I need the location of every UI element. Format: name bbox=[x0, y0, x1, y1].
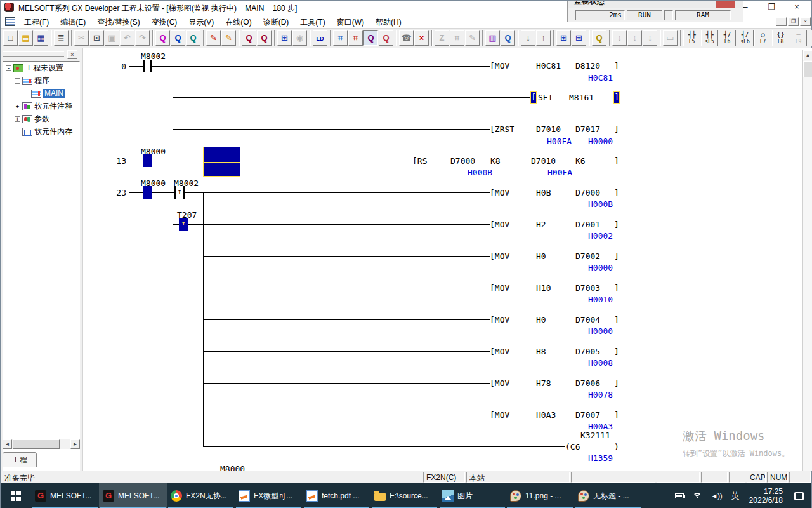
expand-expander[interactable]: + bbox=[15, 116, 20, 122]
instruction-text[interactable]: ] bbox=[614, 156, 619, 166]
taskbar-item-paint-11png[interactable]: 11.png - ... bbox=[506, 483, 574, 508]
remote-operation-button[interactable]: ☎ bbox=[399, 30, 414, 46]
scroll-left-button[interactable]: ◄ bbox=[3, 439, 12, 449]
scroll-thumb[interactable] bbox=[13, 439, 60, 449]
tree-item-5[interactable]: 软元件内存 bbox=[3, 125, 79, 138]
menu-item-5[interactable]: 在线(O) bbox=[219, 15, 257, 29]
instruction-list-button[interactable]: ⌗ bbox=[333, 30, 348, 46]
instruction-text[interactable]: ] bbox=[614, 61, 619, 70]
menu-item-2[interactable]: 查找/替换(S) bbox=[91, 15, 145, 29]
clock-find-button[interactable]: Q bbox=[501, 30, 515, 46]
taskbar-item-photos[interactable]: 图片 bbox=[438, 483, 506, 508]
contact-M8000-active[interactable] bbox=[143, 186, 152, 199]
tree-hscrollbar[interactable]: ◄ ► bbox=[3, 439, 80, 449]
tree-item-0[interactable]: -工程未设置 bbox=[3, 62, 79, 74]
panel-grip[interactable] bbox=[3, 51, 64, 53]
copy-button[interactable]: ⊡ bbox=[89, 30, 104, 46]
panel-close-button[interactable]: × bbox=[67, 50, 77, 59]
instruction-operand-dest[interactable]: D7007 bbox=[575, 410, 600, 420]
instruction-text[interactable]: [MOV bbox=[490, 347, 509, 356]
instruction-text[interactable]: SET bbox=[538, 93, 553, 102]
transfer-setup-button[interactable]: ⊞ bbox=[277, 30, 292, 46]
collapse-expander[interactable]: - bbox=[15, 78, 20, 84]
menu-item-3[interactable]: 变换(C) bbox=[146, 15, 183, 29]
menu-item-9[interactable]: 帮助(H) bbox=[370, 15, 407, 29]
instruction-text[interactable]: H0C81 bbox=[536, 61, 561, 70]
menu-item-7[interactable]: 工具(T) bbox=[294, 15, 331, 29]
instruction-text[interactable]: M8161 bbox=[569, 93, 594, 102]
instruction-operand-dest[interactable]: D7003 bbox=[575, 283, 600, 293]
find-replace-button[interactable]: Q bbox=[186, 30, 200, 46]
menu-item-8[interactable]: 窗口(W) bbox=[331, 15, 370, 29]
tree-item-1[interactable]: -程序 bbox=[3, 74, 79, 87]
edit-cursor-cell[interactable] bbox=[203, 147, 240, 177]
instruction-operand-dest[interactable]: D7001 bbox=[575, 220, 600, 229]
monitor-mode-button[interactable]: Q bbox=[363, 30, 378, 46]
write-mode-pen-button[interactable]: ✎ bbox=[206, 30, 221, 46]
instruction-text[interactable]: ) bbox=[614, 442, 619, 451]
taskbar-item-paint-untitled[interactable]: 无标题 - ... bbox=[574, 483, 642, 508]
wifi-icon[interactable] bbox=[693, 493, 702, 499]
instruction-text[interactable]: D7010 bbox=[536, 124, 561, 134]
action-center-icon[interactable] bbox=[794, 492, 804, 500]
instruction-text[interactable]: [MOV bbox=[490, 410, 509, 420]
mdi-close-button[interactable]: × bbox=[800, 17, 811, 26]
instruction-operand-source[interactable]: H0 bbox=[536, 315, 546, 324]
scroll-right-button[interactable]: ► bbox=[70, 439, 80, 449]
find-button[interactable]: Q bbox=[155, 30, 170, 46]
start-button[interactable] bbox=[1, 483, 31, 508]
ladder-logic-button[interactable]: LD bbox=[313, 30, 327, 46]
taskbar-item-chrome-fx2n[interactable]: FX2N无协... bbox=[167, 483, 235, 508]
instruction-text[interactable]: [RS bbox=[412, 156, 427, 166]
instruction-text[interactable]: D8120 bbox=[575, 61, 600, 70]
scroll-thumb[interactable] bbox=[803, 61, 812, 77]
taskbar-item-doc-fetch-pdf[interactable]: fetch.pdf ... bbox=[303, 483, 370, 508]
new-button[interactable]: □ bbox=[3, 30, 18, 46]
instruction-operand-dest[interactable]: D7000 bbox=[575, 188, 600, 197]
step-run-up-button[interactable]: ↑ bbox=[536, 30, 551, 46]
instruction-operand-dest[interactable]: D7004 bbox=[575, 315, 600, 324]
instruction-operand-source[interactable]: H0B bbox=[536, 188, 551, 197]
fkey-open-contact-button[interactable]: ┤├F5 bbox=[683, 30, 700, 46]
instruction-text[interactable]: D7010 bbox=[531, 156, 556, 166]
instruction-text[interactable]: [MOV bbox=[490, 188, 509, 197]
tree-item-4[interactable]: +参数 bbox=[3, 112, 79, 125]
instruction-text[interactable]: D7000 bbox=[450, 156, 475, 166]
instruction-text[interactable]: (C6 bbox=[565, 442, 580, 451]
find-device-button[interactable]: Q bbox=[171, 30, 185, 46]
instruction-operand-dest[interactable]: D7002 bbox=[575, 251, 600, 261]
instruction-operand-source[interactable]: H0 bbox=[536, 251, 546, 261]
fkey-parallel-closed-button[interactable]: ┤/sF6 bbox=[737, 30, 754, 46]
stop-monitor-button[interactable]: × bbox=[414, 30, 429, 46]
instruction-text[interactable]: K8 bbox=[490, 156, 501, 166]
panel-grip[interactable] bbox=[3, 55, 64, 57]
taskbar-item-explorer-source[interactable]: E:\source... bbox=[370, 483, 438, 508]
find-contact-coil-button[interactable]: Q bbox=[592, 30, 606, 46]
instruction-text[interactable]: [MOV bbox=[490, 315, 509, 324]
monitor-write-button[interactable]: Q bbox=[379, 30, 393, 46]
tree-item-3[interactable]: +软元件注释 bbox=[3, 100, 79, 112]
window-jump-1-button[interactable]: ⊞ bbox=[556, 30, 571, 46]
menu-item-1[interactable]: 编辑(E) bbox=[55, 15, 91, 29]
battery-icon[interactable] bbox=[675, 493, 684, 498]
save-button[interactable]: ▦ bbox=[34, 30, 48, 46]
expand-expander[interactable]: + bbox=[15, 104, 20, 109]
instruction-text[interactable]: [MOV bbox=[490, 220, 509, 229]
monitor-popup-close-button[interactable] bbox=[716, 1, 735, 8]
window-jump-2-button[interactable]: ⊞ bbox=[572, 30, 586, 46]
zoom-out-button[interactable]: Q bbox=[242, 30, 256, 46]
instruction-operand-source[interactable]: H8 bbox=[536, 347, 546, 356]
collapse-expander[interactable]: - bbox=[6, 65, 11, 71]
taskbar-item-melsoft-1[interactable]: GMELSOFT... bbox=[31, 483, 99, 508]
ladder-editor[interactable]: ▲ 激活 Windows 转到“设置”以激活 Windows。 0M8002[M… bbox=[83, 48, 812, 471]
taskbar-clock[interactable]: 17:25 2022/6/18 bbox=[749, 487, 783, 505]
contact-M8000-active[interactable] bbox=[143, 154, 152, 167]
fkey-closed-contact-button[interactable]: ┤/F6 bbox=[719, 30, 736, 46]
instruction-text[interactable]: K32111 bbox=[580, 431, 610, 440]
menu-item-6[interactable]: 诊断(D) bbox=[258, 15, 295, 29]
instruction-text[interactable]: [ZRST bbox=[490, 124, 514, 134]
menu-item-4[interactable]: 显示(V) bbox=[183, 15, 219, 29]
fkey-parallel-open-button[interactable]: ┤├sF5 bbox=[701, 30, 718, 46]
instruction-operand-source[interactable]: H2 bbox=[536, 220, 546, 229]
instruction-operand-source[interactable]: H0A3 bbox=[536, 410, 556, 420]
